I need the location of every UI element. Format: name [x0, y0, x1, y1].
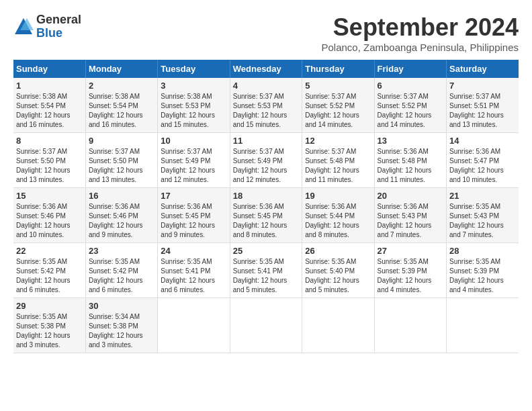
- day-number: 20: [378, 191, 443, 201]
- logo-blue: Blue: [36, 27, 81, 40]
- table-row: [447, 298, 519, 353]
- day-info: Sunrise: 5:37 AM Sunset: 5:49 PM Dayligh…: [233, 147, 299, 185]
- table-row: 12Sunrise: 5:37 AM Sunset: 5:48 PM Dayli…: [302, 133, 374, 188]
- logo-general: General: [36, 13, 81, 27]
- day-info: Sunrise: 5:36 AM Sunset: 5:45 PM Dayligh…: [233, 202, 299, 240]
- day-number: 13: [378, 136, 443, 146]
- header-friday: Friday: [374, 60, 446, 78]
- day-info: Sunrise: 5:37 AM Sunset: 5:51 PM Dayligh…: [449, 92, 516, 130]
- day-number: 25: [233, 246, 299, 256]
- table-row: 28Sunrise: 5:35 AM Sunset: 5:39 PM Dayli…: [447, 243, 519, 298]
- table-row: 1Sunrise: 5:38 AM Sunset: 5:54 PM Daylig…: [13, 78, 85, 133]
- day-number: 28: [449, 246, 516, 256]
- day-info: Sunrise: 5:37 AM Sunset: 5:49 PM Dayligh…: [161, 147, 226, 185]
- day-info: Sunrise: 5:35 AM Sunset: 5:42 PM Dayligh…: [16, 257, 83, 295]
- day-info: Sunrise: 5:34 AM Sunset: 5:38 PM Dayligh…: [89, 312, 154, 350]
- title-section: September 2024 Polanco, Zamboanga Penins…: [321, 13, 519, 53]
- day-info: Sunrise: 5:35 AM Sunset: 5:38 PM Dayligh…: [16, 312, 83, 350]
- day-number: 22: [16, 246, 83, 256]
- table-row: 20Sunrise: 5:36 AM Sunset: 5:43 PM Dayli…: [374, 188, 446, 243]
- day-number: 10: [161, 136, 226, 146]
- day-number: 5: [305, 81, 371, 91]
- table-row: 4Sunrise: 5:37 AM Sunset: 5:53 PM Daylig…: [230, 78, 302, 133]
- logo-text: General Blue: [36, 13, 81, 40]
- day-number: 3: [161, 81, 226, 91]
- table-row: 15Sunrise: 5:36 AM Sunset: 5:46 PM Dayli…: [13, 188, 85, 243]
- day-info: Sunrise: 5:36 AM Sunset: 5:46 PM Dayligh…: [16, 202, 83, 240]
- day-number: 19: [305, 191, 371, 201]
- day-number: 4: [233, 81, 299, 91]
- table-row: 22Sunrise: 5:35 AM Sunset: 5:42 PM Dayli…: [13, 243, 85, 298]
- day-info: Sunrise: 5:37 AM Sunset: 5:52 PM Dayligh…: [305, 92, 371, 130]
- calendar-week-4: 22Sunrise: 5:35 AM Sunset: 5:42 PM Dayli…: [13, 243, 519, 298]
- header-wednesday: Wednesday: [230, 60, 302, 78]
- day-number: 15: [16, 191, 83, 201]
- day-info: Sunrise: 5:36 AM Sunset: 5:44 PM Dayligh…: [305, 202, 371, 240]
- logo-icon: [13, 17, 34, 37]
- calendar-table: Sunday Monday Tuesday Wednesday Thursday…: [13, 60, 519, 353]
- table-row: 25Sunrise: 5:35 AM Sunset: 5:41 PM Dayli…: [230, 243, 302, 298]
- page-header: General Blue September 2024 Polanco, Zam…: [13, 13, 519, 53]
- table-row: 29Sunrise: 5:35 AM Sunset: 5:38 PM Dayli…: [13, 298, 85, 353]
- day-info: Sunrise: 5:35 AM Sunset: 5:41 PM Dayligh…: [161, 257, 226, 295]
- table-row: 11Sunrise: 5:37 AM Sunset: 5:49 PM Dayli…: [230, 133, 302, 188]
- day-number: 21: [449, 191, 516, 201]
- header-thursday: Thursday: [302, 60, 374, 78]
- day-number: 8: [16, 136, 83, 146]
- day-info: Sunrise: 5:35 AM Sunset: 5:40 PM Dayligh…: [305, 257, 371, 295]
- header-sunday: Sunday: [13, 60, 85, 78]
- location: Polanco, Zamboanga Peninsula, Philippine…: [321, 42, 519, 53]
- day-info: Sunrise: 5:35 AM Sunset: 5:39 PM Dayligh…: [378, 257, 443, 295]
- day-number: 11: [233, 136, 299, 146]
- calendar-week-3: 15Sunrise: 5:36 AM Sunset: 5:46 PM Dayli…: [13, 188, 519, 243]
- logo: General Blue: [13, 13, 81, 40]
- day-info: Sunrise: 5:35 AM Sunset: 5:39 PM Dayligh…: [449, 257, 516, 295]
- day-number: 23: [89, 246, 154, 256]
- table-row: 16Sunrise: 5:36 AM Sunset: 5:46 PM Dayli…: [85, 188, 157, 243]
- header-saturday: Saturday: [447, 60, 519, 78]
- day-info: Sunrise: 5:35 AM Sunset: 5:43 PM Dayligh…: [449, 202, 516, 240]
- day-number: 26: [305, 246, 371, 256]
- day-number: 27: [378, 246, 443, 256]
- header-monday: Monday: [85, 60, 157, 78]
- day-info: Sunrise: 5:37 AM Sunset: 5:53 PM Dayligh…: [233, 92, 299, 130]
- table-row: 6Sunrise: 5:37 AM Sunset: 5:52 PM Daylig…: [374, 78, 446, 133]
- table-row: 7Sunrise: 5:37 AM Sunset: 5:51 PM Daylig…: [447, 78, 519, 133]
- day-number: 29: [16, 301, 83, 311]
- day-info: Sunrise: 5:36 AM Sunset: 5:45 PM Dayligh…: [161, 202, 226, 240]
- table-row: 27Sunrise: 5:35 AM Sunset: 5:39 PM Dayli…: [374, 243, 446, 298]
- day-number: 17: [161, 191, 226, 201]
- table-row: 19Sunrise: 5:36 AM Sunset: 5:44 PM Dayli…: [302, 188, 374, 243]
- day-number: 24: [161, 246, 226, 256]
- day-number: 14: [449, 136, 516, 146]
- table-row: 18Sunrise: 5:36 AM Sunset: 5:45 PM Dayli…: [230, 188, 302, 243]
- day-number: 7: [449, 81, 516, 91]
- table-row: [158, 298, 230, 353]
- day-info: Sunrise: 5:37 AM Sunset: 5:50 PM Dayligh…: [16, 147, 83, 185]
- table-row: 10Sunrise: 5:37 AM Sunset: 5:49 PM Dayli…: [158, 133, 230, 188]
- table-row: 9Sunrise: 5:37 AM Sunset: 5:50 PM Daylig…: [85, 133, 157, 188]
- day-info: Sunrise: 5:35 AM Sunset: 5:41 PM Dayligh…: [233, 257, 299, 295]
- calendar-week-1: 1Sunrise: 5:38 AM Sunset: 5:54 PM Daylig…: [13, 78, 519, 133]
- day-info: Sunrise: 5:37 AM Sunset: 5:48 PM Dayligh…: [305, 147, 371, 185]
- table-row: 8Sunrise: 5:37 AM Sunset: 5:50 PM Daylig…: [13, 133, 85, 188]
- table-row: [374, 298, 446, 353]
- table-row: 26Sunrise: 5:35 AM Sunset: 5:40 PM Dayli…: [302, 243, 374, 298]
- header-tuesday: Tuesday: [158, 60, 230, 78]
- day-info: Sunrise: 5:36 AM Sunset: 5:48 PM Dayligh…: [378, 147, 443, 185]
- table-row: 23Sunrise: 5:35 AM Sunset: 5:42 PM Dayli…: [85, 243, 157, 298]
- day-info: Sunrise: 5:36 AM Sunset: 5:43 PM Dayligh…: [378, 202, 443, 240]
- day-number: 30: [89, 301, 154, 311]
- day-info: Sunrise: 5:37 AM Sunset: 5:50 PM Dayligh…: [89, 147, 154, 185]
- day-info: Sunrise: 5:38 AM Sunset: 5:54 PM Dayligh…: [16, 92, 83, 130]
- day-number: 1: [16, 81, 83, 91]
- month-title: September 2024: [321, 13, 519, 42]
- day-number: 9: [89, 136, 154, 146]
- table-row: [230, 298, 302, 353]
- day-number: 6: [378, 81, 443, 91]
- day-number: 12: [305, 136, 371, 146]
- day-info: Sunrise: 5:37 AM Sunset: 5:52 PM Dayligh…: [378, 92, 443, 130]
- table-row: 2Sunrise: 5:38 AM Sunset: 5:54 PM Daylig…: [85, 78, 157, 133]
- table-row: 14Sunrise: 5:36 AM Sunset: 5:47 PM Dayli…: [447, 133, 519, 188]
- table-row: 21Sunrise: 5:35 AM Sunset: 5:43 PM Dayli…: [447, 188, 519, 243]
